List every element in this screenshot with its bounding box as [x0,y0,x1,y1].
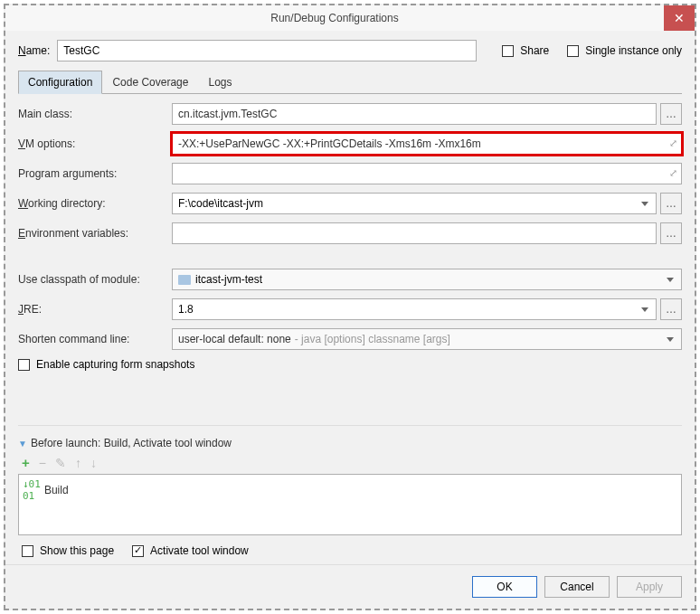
jre-dropdown[interactable]: 1.8 [172,298,657,320]
edit-task-button[interactable]: ✎ [55,456,66,470]
content-area: Name: Share Single instance only Configu… [5,31,695,564]
configuration-form: Main class: cn.itcast.jvm.TestGC … VM op… [18,103,682,379]
list-item[interactable]: ↓0101 Build [23,478,677,502]
apply-button: Apply [617,576,682,598]
close-button[interactable]: ✕ [664,5,695,31]
classpath-label: Use classpath of module: [18,273,172,286]
dialog-button-row: OK Cancel Apply [5,564,695,609]
checkbox-icon [502,45,514,57]
dialog-window: Run/Debug Configurations ✕ Name: Share S… [4,4,696,610]
checkbox-icon [132,545,144,557]
shorten-dropdown[interactable]: user-local default: none - java [options… [172,328,682,350]
checkbox-icon [22,545,33,557]
ok-button[interactable]: OK [472,576,537,598]
tab-bar: Configuration Code Coverage Logs [18,71,682,94]
before-launch-list[interactable]: ↓0101 Build [18,474,682,535]
program-args-input[interactable]: ⤢ [172,163,682,184]
tab-code-coverage[interactable]: Code Coverage [102,71,198,93]
move-down-button[interactable]: ↓ [90,456,97,470]
activate-tool-window-checkbox[interactable]: Activate tool window [132,544,249,557]
jre-browse-button[interactable]: … [660,298,682,320]
checkbox-icon [18,359,30,371]
expand-icon[interactable]: ⤢ [669,167,677,179]
vm-options-input[interactable]: -XX:+UseParNewGC -XX:+PrintGCDetails -Xm… [172,133,682,155]
expand-icon[interactable]: ⤢ [669,137,677,149]
share-checkbox[interactable]: Share [502,44,549,57]
add-task-button[interactable]: + [22,455,30,470]
env-vars-browse-button[interactable]: … [660,222,682,244]
single-instance-checkbox[interactable]: Single instance only [567,44,682,57]
working-dir-input[interactable]: F:\code\itcast-jvm [172,193,657,214]
window-title: Run/Debug Configurations [5,12,664,24]
shorten-label: Shorten command line: [18,333,172,345]
checkbox-icon [567,45,579,57]
tab-configuration[interactable]: Configuration [18,71,102,94]
enable-snapshots-checkbox[interactable]: Enable capturing form snapshots [18,358,194,371]
name-label: Name: [18,44,50,57]
before-launch-header[interactable]: ▼ Before launch: Build, Activate tool wi… [18,437,682,449]
main-class-browse-button[interactable]: … [660,103,682,125]
before-launch-toolbar: + − ✎ ↑ ↓ [18,455,682,470]
vm-options-label: VM options: [18,137,172,150]
show-this-page-checkbox[interactable]: Show this page [22,544,114,557]
collapse-arrow-icon: ▼ [18,439,27,449]
working-dir-label: Working directory: [18,197,172,210]
name-row: Name: Share Single instance only [18,40,682,61]
remove-task-button[interactable]: − [39,456,46,470]
main-class-label: Main class: [18,108,172,120]
working-dir-browse-button[interactable]: … [660,193,682,214]
tab-logs[interactable]: Logs [198,71,241,93]
before-launch-section: ▼ Before launch: Build, Activate tool wi… [18,418,682,557]
env-vars-label: Environment variables: [18,227,172,240]
env-vars-input[interactable] [172,222,657,244]
cancel-button[interactable]: Cancel [544,576,610,598]
build-icon: ↓0101 [23,478,41,502]
program-args-label: Program arguments: [18,167,172,180]
main-class-input[interactable]: cn.itcast.jvm.TestGC [172,103,657,125]
module-icon [178,275,191,285]
jre-label: JRE: [18,303,172,316]
move-up-button[interactable]: ↑ [75,456,81,470]
title-bar: Run/Debug Configurations ✕ [5,5,695,31]
name-input[interactable] [57,40,477,61]
classpath-dropdown[interactable]: itcast-jvm-test [172,269,682,290]
